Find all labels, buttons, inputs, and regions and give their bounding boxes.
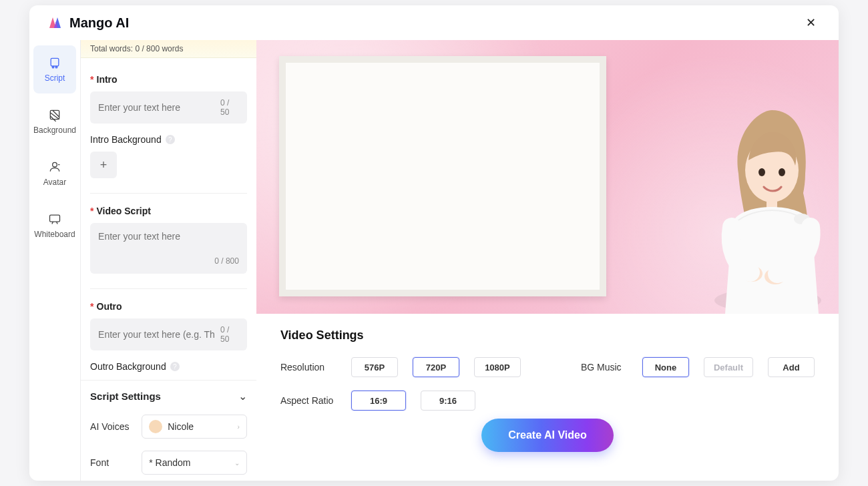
sidebar-item-avatar[interactable]: Avatar: [33, 150, 76, 198]
sidebar-item-whiteboard[interactable]: Whiteboard: [33, 202, 76, 250]
modal: Mango AI ✕ Script Background: [29, 5, 839, 481]
svg-point-9: [779, 168, 785, 176]
caret-right-icon: ›: [238, 423, 240, 431]
script-icon: [48, 56, 61, 69]
svg-rect-0: [51, 58, 59, 66]
create-video-button[interactable]: Create AI Video: [481, 419, 613, 452]
sidebar-label: Whiteboard: [34, 230, 75, 239]
bgm-option-add[interactable]: Add: [768, 357, 815, 377]
close-button[interactable]: ✕: [801, 13, 820, 32]
voice-avatar-icon: [149, 420, 162, 433]
preview-panel: Video Settings Resolution 576P 720P 1080…: [256, 40, 839, 481]
video-script-counter: 0 / 800: [214, 256, 239, 266]
outro-input-wrap[interactable]: 0 / 50: [90, 318, 247, 350]
required-star: *: [90, 301, 93, 312]
aspect-option-9-16[interactable]: 9:16: [421, 391, 475, 411]
voice-value: Nicole: [168, 421, 194, 432]
svg-point-4: [53, 162, 57, 167]
svg-point-8: [758, 168, 765, 176]
aspect-label: Aspect Ratio: [280, 395, 337, 406]
sidebar-item-background[interactable]: Background: [33, 97, 76, 146]
bgm-label: BG Music: [581, 362, 628, 373]
sidebar: Script Background Avatar Whiteboard: [29, 40, 81, 481]
bgm-option-default[interactable]: Default: [704, 357, 753, 377]
bgm-option-none[interactable]: None: [642, 357, 689, 377]
sidebar-label: Background: [33, 126, 76, 135]
font-select[interactable]: * Random ⌄: [142, 451, 247, 475]
avatar-icon: [48, 160, 61, 174]
sidebar-label: Script: [45, 73, 65, 83]
preview-avatar: [692, 93, 839, 314]
chevron-down-icon: ⌄: [234, 459, 240, 467]
ai-voice-select[interactable]: Nicole ›: [142, 415, 247, 439]
aspect-option-16-9[interactable]: 16:9: [351, 391, 406, 411]
background-icon: [48, 108, 61, 121]
outro-counter: 0 / 50: [220, 325, 239, 344]
intro-bg-label: Intro Background ?: [90, 134, 247, 145]
video-script-input[interactable]: [98, 231, 239, 252]
word-count-bar: Total words: 0 / 800 words: [81, 40, 256, 58]
script-settings-section: Script Settings ⌄ AI Voices Nicole › Fon…: [81, 380, 256, 481]
resolution-option-576p[interactable]: 576P: [351, 357, 398, 377]
video-settings-title: Video Settings: [280, 328, 815, 342]
resolution-option-1080p[interactable]: 1080P: [474, 357, 521, 377]
script-settings-title: Script Settings: [90, 391, 161, 402]
add-intro-bg-button[interactable]: +: [90, 152, 117, 178]
divider: [90, 288, 247, 289]
script-settings-toggle[interactable]: Script Settings ⌄: [90, 390, 247, 403]
intro-input-wrap[interactable]: 0 / 50: [90, 91, 247, 124]
logo: Mango AI: [48, 15, 129, 31]
font-label: Font: [90, 457, 130, 468]
video-script-label: * Video Script: [90, 206, 247, 216]
resolution-label: Resolution: [280, 362, 337, 373]
preview-whiteboard: [279, 56, 606, 296]
help-icon[interactable]: ?: [170, 362, 180, 371]
sidebar-item-script[interactable]: Script: [33, 45, 76, 93]
bgm-row: BG Music None Default Add: [581, 357, 815, 377]
intro-input[interactable]: [98, 102, 215, 113]
brand-name: Mango AI: [69, 15, 129, 31]
outro-label: * Outro: [90, 301, 247, 312]
logo-icon: [48, 15, 64, 31]
font-value: * Random: [149, 457, 190, 468]
modal-header: Mango AI ✕: [29, 5, 839, 40]
whiteboard-icon: [48, 212, 61, 226]
ai-voices-row: AI Voices Nicole ›: [90, 415, 247, 439]
aspect-row: Aspect Ratio 16:9 9:16: [280, 391, 521, 411]
intro-label: * Intro: [90, 74, 247, 85]
svg-rect-5: [50, 215, 60, 222]
preview-canvas: [256, 40, 839, 314]
help-icon[interactable]: ?: [166, 135, 175, 144]
chevron-down-icon: ⌄: [238, 390, 247, 403]
divider: [90, 193, 247, 194]
modal-body: Script Background Avatar Whiteboard: [29, 40, 839, 481]
video-settings: Video Settings Resolution 576P 720P 1080…: [256, 314, 839, 452]
resolution-option-720p[interactable]: 720P: [413, 357, 459, 377]
close-icon: ✕: [806, 15, 816, 30]
video-script-input-wrap[interactable]: 0 / 800: [90, 223, 247, 274]
outro-bg-label: Outro Background ?: [90, 361, 247, 372]
intro-counter: 0 / 50: [220, 98, 239, 117]
outro-input[interactable]: [98, 329, 215, 340]
required-star: *: [90, 74, 93, 85]
required-star: *: [90, 206, 93, 216]
sidebar-label: Avatar: [43, 178, 66, 187]
form-panel: Total words: 0 / 800 words * Intro 0 / 5…: [81, 40, 256, 481]
plus-icon: +: [100, 158, 107, 172]
resolution-row: Resolution 576P 720P 1080P: [280, 357, 521, 377]
ai-voices-label: AI Voices: [90, 421, 130, 432]
font-row: Font * Random ⌄: [90, 451, 247, 475]
